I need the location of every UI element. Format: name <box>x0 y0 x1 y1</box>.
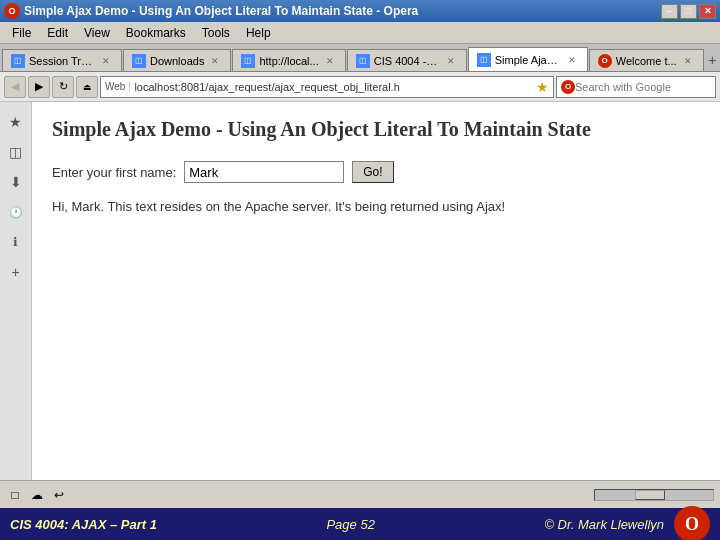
search-engine-icon[interactable]: O <box>561 78 575 96</box>
page-title: Simple Ajax Demo - Using An Object Liter… <box>52 118 700 141</box>
menu-file[interactable]: File <box>4 24 39 42</box>
tab-label-downloads: Downloads <box>150 55 204 67</box>
opera-logo: O <box>674 506 710 540</box>
status-course: CIS 4004: AJAX – Part 1 <box>10 517 157 532</box>
tab-close-simpleajax[interactable]: ✕ <box>565 53 579 67</box>
name-input[interactable] <box>184 161 344 183</box>
response-text: Hi, Mark. This text resides on the Apach… <box>52 199 700 214</box>
menu-bookmarks[interactable]: Bookmarks <box>118 24 194 42</box>
title-bar: O Simple Ajax Demo - Using An Object Lit… <box>0 0 720 22</box>
scrollbar[interactable] <box>594 489 714 501</box>
tab-localhost[interactable]: ◫ http://local... ✕ <box>232 49 345 71</box>
bottom-icon-cloud[interactable]: ☁ <box>28 486 46 504</box>
sidebar-bookmarks[interactable]: ★ <box>4 110 28 134</box>
tab-bar: ◫ Session Tra... ✕ ◫ Downloads ✕ ◫ http:… <box>0 44 720 72</box>
sidebar: ★ ◫ ⬇ 🕐 ℹ + <box>0 102 32 480</box>
tab-add-button[interactable]: + <box>707 49 718 71</box>
tab-session[interactable]: ◫ Session Tra... ✕ <box>2 49 122 71</box>
sidebar-panels[interactable]: ◫ <box>4 140 28 164</box>
nav-bar: ◀ ▶ ↻ ⏏ Web ★ O <box>0 72 720 102</box>
tab-icon-downloads: ◫ <box>132 54 146 68</box>
menu-help[interactable]: Help <box>238 24 279 42</box>
sidebar-add[interactable]: + <box>4 260 28 284</box>
tab-icon-simpleajax: ◫ <box>477 53 491 67</box>
tab-simpleajax[interactable]: ◫ Simple Ajax... ✕ <box>468 47 588 71</box>
tab-close-session[interactable]: ✕ <box>99 54 113 68</box>
maximize-button[interactable]: □ <box>680 4 697 19</box>
tab-close-welcome[interactable]: ✕ <box>681 54 695 68</box>
scrollbar-thumb[interactable] <box>635 490 665 500</box>
tab-label-cis4004: CIS 4004 - S... <box>374 55 440 67</box>
tab-icon-cis4004: ◫ <box>356 54 370 68</box>
tab-icon-localhost: ◫ <box>241 54 255 68</box>
bookmark-star-icon[interactable]: ★ <box>536 79 549 95</box>
tab-welcome[interactable]: O Welcome t... ✕ <box>589 49 704 71</box>
bottom-bar: □ ☁ ↩ <box>0 480 720 508</box>
close-button[interactable]: ✕ <box>699 4 716 19</box>
sidebar-history[interactable]: 🕐 <box>4 200 28 224</box>
tab-label-session: Session Tra... <box>29 55 95 67</box>
name-form-row: Enter your first name: Go! <box>52 161 700 183</box>
menu-tools[interactable]: Tools <box>194 24 238 42</box>
search-input[interactable] <box>575 81 713 93</box>
tab-icon-session: ◫ <box>11 54 25 68</box>
address-protocol-label: Web <box>105 81 130 92</box>
bottom-icon-arrow[interactable]: ↩ <box>50 486 68 504</box>
window-title: Simple Ajax Demo - Using An Object Liter… <box>24 4 418 18</box>
tab-label-simpleajax: Simple Ajax... <box>495 54 561 66</box>
go-button[interactable]: Go! <box>352 161 393 183</box>
minimize-button[interactable]: ─ <box>661 4 678 19</box>
tab-downloads[interactable]: ◫ Downloads ✕ <box>123 49 231 71</box>
reload-button[interactable]: ↻ <box>52 76 74 98</box>
tab-cis4004[interactable]: ◫ CIS 4004 - S... ✕ <box>347 49 467 71</box>
menu-bar: File Edit View Bookmarks Tools Help <box>0 22 720 44</box>
window-controls: ─ □ ✕ <box>661 4 716 19</box>
search-bar: O <box>556 76 716 98</box>
form-label: Enter your first name: <box>52 165 176 180</box>
sidebar-info[interactable]: ℹ <box>4 230 28 254</box>
tab-icon-welcome: O <box>598 54 612 68</box>
status-copyright: © Dr. Mark Llewellyn <box>544 517 664 532</box>
home-button[interactable]: ⏏ <box>76 76 98 98</box>
sidebar-downloads[interactable]: ⬇ <box>4 170 28 194</box>
page-content: Simple Ajax Demo - Using An Object Liter… <box>32 102 720 480</box>
tab-label-welcome: Welcome t... <box>616 55 677 67</box>
browser-main: ★ ◫ ⬇ 🕐 ℹ + Simple Ajax Demo - Using An … <box>0 102 720 480</box>
app-icon: O <box>4 3 20 19</box>
address-bar[interactable]: Web ★ <box>100 76 554 98</box>
status-page: Page 52 <box>326 517 374 532</box>
tab-close-localhost[interactable]: ✕ <box>323 54 337 68</box>
address-input[interactable] <box>134 81 534 93</box>
tab-close-downloads[interactable]: ✕ <box>208 54 222 68</box>
status-bar: CIS 4004: AJAX – Part 1 Page 52 © Dr. Ma… <box>0 508 720 540</box>
tab-close-cis4004[interactable]: ✕ <box>444 54 458 68</box>
tab-label-localhost: http://local... <box>259 55 318 67</box>
back-button[interactable]: ◀ <box>4 76 26 98</box>
bottom-icon-window[interactable]: □ <box>6 486 24 504</box>
menu-edit[interactable]: Edit <box>39 24 76 42</box>
forward-button[interactable]: ▶ <box>28 76 50 98</box>
menu-view[interactable]: View <box>76 24 118 42</box>
